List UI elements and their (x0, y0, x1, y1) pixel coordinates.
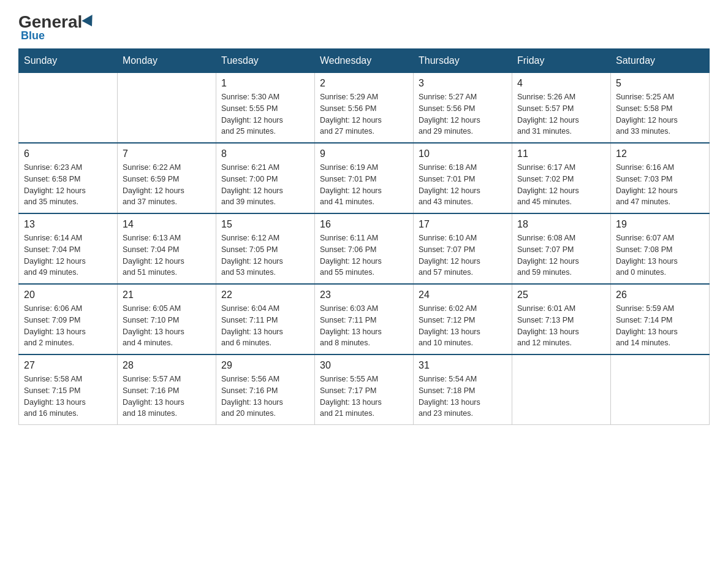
day-number: 3 (419, 78, 507, 89)
day-info: Sunrise: 5:26 AMSunset: 5:57 PMDaylight:… (517, 91, 605, 137)
calendar-cell: 2Sunrise: 5:29 AMSunset: 5:56 PMDaylight… (315, 73, 414, 144)
day-info: Sunrise: 6:14 AMSunset: 7:04 PMDaylight:… (24, 232, 112, 278)
day-number: 15 (221, 219, 309, 230)
calendar-cell: 27Sunrise: 5:58 AMSunset: 7:15 PMDayligh… (19, 354, 118, 425)
calendar-header-tuesday: Tuesday (216, 49, 315, 73)
day-info: Sunrise: 6:13 AMSunset: 7:04 PMDaylight:… (123, 232, 211, 278)
calendar-week-row: 20Sunrise: 6:06 AMSunset: 7:09 PMDayligh… (19, 284, 710, 354)
calendar-cell: 13Sunrise: 6:14 AMSunset: 7:04 PMDayligh… (19, 213, 118, 284)
calendar-header-friday: Friday (512, 49, 611, 73)
calendar-cell: 21Sunrise: 6:05 AMSunset: 7:10 PMDayligh… (118, 284, 216, 354)
day-number: 21 (123, 289, 211, 301)
calendar-week-row: 13Sunrise: 6:14 AMSunset: 7:04 PMDayligh… (19, 213, 710, 284)
day-number: 24 (419, 289, 507, 301)
calendar-header-row: SundayMondayTuesdayWednesdayThursdayFrid… (19, 49, 710, 73)
day-info: Sunrise: 6:05 AMSunset: 7:10 PMDaylight:… (123, 303, 211, 349)
day-number: 11 (517, 148, 605, 159)
day-info: Sunrise: 5:56 AMSunset: 7:16 PMDaylight:… (221, 373, 309, 419)
day-number: 28 (123, 360, 211, 371)
calendar-cell: 5Sunrise: 5:25 AMSunset: 5:58 PMDaylight… (611, 73, 710, 144)
day-info: Sunrise: 5:30 AMSunset: 5:55 PMDaylight:… (221, 91, 309, 137)
calendar-cell (19, 73, 118, 144)
calendar-cell (611, 354, 710, 425)
calendar-header-thursday: Thursday (414, 49, 512, 73)
day-number: 10 (419, 148, 507, 159)
header: General Blue (18, 12, 710, 42)
calendar-cell: 11Sunrise: 6:17 AMSunset: 7:02 PMDayligh… (512, 143, 611, 213)
day-number: 30 (320, 360, 408, 371)
calendar-cell: 3Sunrise: 5:27 AMSunset: 5:56 PMDaylight… (414, 73, 512, 144)
calendar-cell: 28Sunrise: 5:57 AMSunset: 7:16 PMDayligh… (118, 354, 216, 425)
day-info: Sunrise: 6:12 AMSunset: 7:05 PMDaylight:… (221, 232, 309, 278)
day-info: Sunrise: 6:02 AMSunset: 7:12 PMDaylight:… (419, 303, 507, 349)
day-number: 12 (616, 148, 704, 159)
calendar-cell: 12Sunrise: 6:16 AMSunset: 7:03 PMDayligh… (611, 143, 710, 213)
day-info: Sunrise: 5:58 AMSunset: 7:15 PMDaylight:… (24, 373, 112, 419)
day-info: Sunrise: 5:55 AMSunset: 7:17 PMDaylight:… (320, 373, 408, 419)
calendar-cell: 29Sunrise: 5:56 AMSunset: 7:16 PMDayligh… (216, 354, 315, 425)
day-number: 19 (616, 219, 704, 230)
calendar-week-row: 27Sunrise: 5:58 AMSunset: 7:15 PMDayligh… (19, 354, 710, 425)
day-info: Sunrise: 6:11 AMSunset: 7:06 PMDaylight:… (320, 232, 408, 278)
day-info: Sunrise: 6:19 AMSunset: 7:01 PMDaylight:… (320, 162, 408, 208)
day-info: Sunrise: 6:04 AMSunset: 7:11 PMDaylight:… (221, 303, 309, 349)
day-info: Sunrise: 6:18 AMSunset: 7:01 PMDaylight:… (419, 162, 507, 208)
calendar-cell: 15Sunrise: 6:12 AMSunset: 7:05 PMDayligh… (216, 213, 315, 284)
calendar-table: SundayMondayTuesdayWednesdayThursdayFrid… (18, 48, 710, 425)
day-number: 14 (123, 219, 211, 230)
day-number: 13 (24, 219, 112, 230)
calendar-cell: 1Sunrise: 5:30 AMSunset: 5:55 PMDaylight… (216, 73, 315, 144)
calendar-cell: 30Sunrise: 5:55 AMSunset: 7:17 PMDayligh… (315, 354, 414, 425)
day-number: 22 (221, 289, 309, 301)
day-number: 5 (616, 78, 704, 89)
day-info: Sunrise: 6:23 AMSunset: 6:58 PMDaylight:… (24, 162, 112, 208)
calendar-cell: 31Sunrise: 5:54 AMSunset: 7:18 PMDayligh… (414, 354, 512, 425)
calendar-cell: 10Sunrise: 6:18 AMSunset: 7:01 PMDayligh… (414, 143, 512, 213)
day-info: Sunrise: 5:27 AMSunset: 5:56 PMDaylight:… (419, 91, 507, 137)
calendar-cell: 4Sunrise: 5:26 AMSunset: 5:57 PMDaylight… (512, 73, 611, 144)
day-info: Sunrise: 6:07 AMSunset: 7:08 PMDaylight:… (616, 232, 704, 278)
day-info: Sunrise: 5:54 AMSunset: 7:18 PMDaylight:… (419, 373, 507, 419)
day-info: Sunrise: 5:57 AMSunset: 7:16 PMDaylight:… (123, 373, 211, 419)
calendar-week-row: 1Sunrise: 5:30 AMSunset: 5:55 PMDaylight… (19, 73, 710, 144)
calendar-cell: 7Sunrise: 6:22 AMSunset: 6:59 PMDaylight… (118, 143, 216, 213)
day-number: 29 (221, 360, 309, 371)
day-number: 8 (221, 148, 309, 159)
calendar-cell (512, 354, 611, 425)
day-info: Sunrise: 6:17 AMSunset: 7:02 PMDaylight:… (517, 162, 605, 208)
calendar-cell: 23Sunrise: 6:03 AMSunset: 7:11 PMDayligh… (315, 284, 414, 354)
day-info: Sunrise: 5:29 AMSunset: 5:56 PMDaylight:… (320, 91, 408, 137)
calendar-cell: 20Sunrise: 6:06 AMSunset: 7:09 PMDayligh… (19, 284, 118, 354)
day-number: 18 (517, 219, 605, 230)
day-number: 27 (24, 360, 112, 371)
calendar-cell: 26Sunrise: 5:59 AMSunset: 7:14 PMDayligh… (611, 284, 710, 354)
logo-arrow-icon (82, 15, 97, 29)
day-number: 16 (320, 219, 408, 230)
day-info: Sunrise: 6:22 AMSunset: 6:59 PMDaylight:… (123, 162, 211, 208)
day-number: 26 (616, 289, 704, 301)
calendar-cell: 24Sunrise: 6:02 AMSunset: 7:12 PMDayligh… (414, 284, 512, 354)
calendar-header-saturday: Saturday (611, 49, 710, 73)
day-number: 20 (24, 289, 112, 301)
day-number: 7 (123, 148, 211, 159)
day-info: Sunrise: 6:16 AMSunset: 7:03 PMDaylight:… (616, 162, 704, 208)
day-number: 6 (24, 148, 112, 159)
day-info: Sunrise: 6:08 AMSunset: 7:07 PMDaylight:… (517, 232, 605, 278)
day-number: 1 (221, 78, 309, 89)
day-number: 2 (320, 78, 408, 89)
day-info: Sunrise: 6:10 AMSunset: 7:07 PMDaylight:… (419, 232, 507, 278)
day-number: 31 (419, 360, 507, 371)
calendar-cell: 18Sunrise: 6:08 AMSunset: 7:07 PMDayligh… (512, 213, 611, 284)
calendar-cell: 16Sunrise: 6:11 AMSunset: 7:06 PMDayligh… (315, 213, 414, 284)
calendar-cell (118, 73, 216, 144)
calendar-cell: 25Sunrise: 6:01 AMSunset: 7:13 PMDayligh… (512, 284, 611, 354)
calendar-header-sunday: Sunday (19, 49, 118, 73)
calendar-cell: 8Sunrise: 6:21 AMSunset: 7:00 PMDaylight… (216, 143, 315, 213)
calendar-cell: 17Sunrise: 6:10 AMSunset: 7:07 PMDayligh… (414, 213, 512, 284)
day-info: Sunrise: 6:06 AMSunset: 7:09 PMDaylight:… (24, 303, 112, 349)
day-info: Sunrise: 5:59 AMSunset: 7:14 PMDaylight:… (616, 303, 704, 349)
day-info: Sunrise: 6:21 AMSunset: 7:00 PMDaylight:… (221, 162, 309, 208)
calendar-header-monday: Monday (118, 49, 216, 73)
day-info: Sunrise: 6:01 AMSunset: 7:13 PMDaylight:… (517, 303, 605, 349)
calendar-header-wednesday: Wednesday (315, 49, 414, 73)
